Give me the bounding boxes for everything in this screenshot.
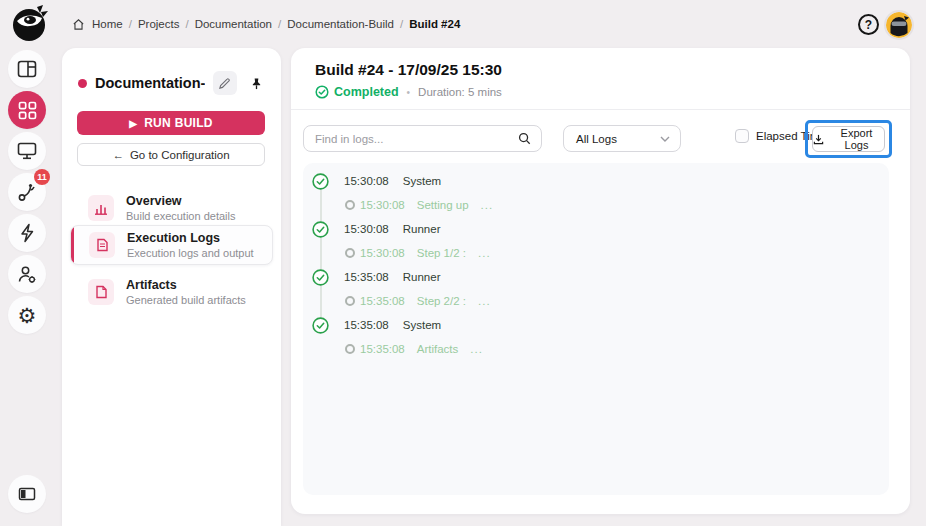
actions-lightning-icon[interactable] [8,214,46,252]
pipeline-panel: Documentation-Bu... ▶ RUN BUILD ← Go to … [62,48,281,526]
check-circle-icon [312,269,329,286]
log-entry[interactable]: 15:30:08 System [303,169,889,193]
breadcrumb-separator: / [185,18,188,30]
menu-item-label: Artifacts [126,278,246,292]
log-source: Runner [403,223,441,235]
log-subentry[interactable]: 15:35:08 Artifacts ... [303,337,889,361]
sidebar-item-overview[interactable]: Overview Build execution details [70,188,273,228]
breadcrumb: Home / Projects / Documentation / Docume… [72,0,460,48]
log-subentry[interactable]: 15:30:08 Setting up ... [303,193,889,217]
sub-message: Step 1/2 : [417,247,466,259]
breadcrumb-documentation[interactable]: Documentation [195,18,272,30]
separator-dot: • [407,87,411,98]
buddy-logo[interactable] [10,4,50,44]
environments-monitor-icon[interactable] [8,132,46,170]
log-document-icon [89,232,115,258]
sub-message: Setting up [417,199,469,211]
duration-text: Duration: 5 mins [418,86,502,98]
user-avatar[interactable] [886,12,912,38]
bar-chart-icon [88,195,114,221]
expand-more-link[interactable]: ... [481,199,494,211]
breadcrumb-separator: / [400,18,403,30]
menu-item-label: Overview [126,194,235,208]
pipelines-badge: 11 [34,169,50,185]
download-icon [813,134,824,145]
menu-item-desc: Execution logs and output [127,247,254,259]
pipeline-title: Documentation-Bu... [95,75,205,91]
check-circle-icon [312,317,329,334]
log-filter-select[interactable]: All Logs [563,125,681,152]
go-to-configuration-button[interactable]: ← Go to Configuration [77,143,265,166]
step-dot-icon [345,296,355,306]
members-user-gear-icon[interactable] [8,255,46,293]
check-circle-icon [312,173,329,190]
back-arrow-icon: ← [112,149,124,161]
search-input[interactable] [304,133,518,145]
sub-message: Artifacts [417,343,459,355]
breadcrumb-documentation-build[interactable]: Documentation-Build [287,18,394,30]
chevron-down-icon [660,136,670,142]
expand-more-link[interactable]: ... [478,295,491,307]
build-header: Build #24 - 17/09/25 15:30 Completed • D… [291,48,910,110]
log-entry[interactable]: 15:35:08 System [303,313,889,337]
sub-time: 15:30:08 [360,199,405,211]
home-icon [72,18,85,31]
dashboard-icon[interactable] [8,50,46,88]
breadcrumb-separator: / [129,18,132,30]
log-subentry[interactable]: 15:30:08 Step 1/2 : ... [303,241,889,265]
log-subentry[interactable]: 15:35:08 Step 2/2 : ... [303,289,889,313]
expand-more-link[interactable]: ... [470,343,483,355]
log-time: 15:30:08 [344,175,389,187]
breadcrumb-projects[interactable]: Projects [138,18,180,30]
expand-more-link[interactable]: ... [478,247,491,259]
top-bar: Home / Projects / Documentation / Docume… [0,0,926,48]
log-time: 15:30:08 [344,223,389,235]
help-icon[interactable]: ? [858,14,879,35]
completed-check-icon [315,85,329,99]
collapse-sidebar-icon[interactable] [8,475,46,513]
menu-item-label: Execution Logs [127,231,254,245]
log-source: Runner [403,271,441,283]
projects-grid-icon[interactable] [8,91,46,129]
log-entry[interactable]: 15:35:08 Runner [303,265,889,289]
menu-item-desc: Build execution details [126,210,235,222]
log-time: 15:35:08 [344,319,389,331]
edit-pencil-icon[interactable] [213,71,237,95]
sub-message: Step 2/2 : [417,295,466,307]
sub-time: 15:35:08 [360,295,405,307]
pipelines-branch-icon[interactable]: 11 [8,173,46,211]
sub-time: 15:35:08 [360,343,405,355]
build-title: Build #24 - 17/09/25 15:30 [315,61,502,79]
export-logs-button[interactable]: Export Logs [812,126,885,152]
check-circle-icon [312,221,329,238]
log-source: System [403,175,441,187]
sub-time: 15:30:08 [360,247,405,259]
breadcrumb-build-24: Build #24 [409,18,460,30]
log-time: 15:35:08 [344,271,389,283]
play-icon: ▶ [129,118,137,129]
logs-panel: 15:30:08 System 15:30:08 Setting up ... … [303,163,889,495]
menu-item-desc: Generated build artifacts [126,294,246,306]
log-entry[interactable]: 15:30:08 Runner [303,217,889,241]
breadcrumb-separator: / [278,18,281,30]
build-detail-card: Build #24 - 17/09/25 15:30 Completed • D… [291,48,910,514]
artifact-file-icon [88,279,114,305]
run-build-button[interactable]: ▶ RUN BUILD [77,111,265,135]
pipeline-status-dot [78,79,87,88]
step-dot-icon [345,200,355,210]
pin-icon[interactable] [245,71,269,95]
find-in-logs-search[interactable] [303,125,542,152]
status-badge: Completed [334,85,399,99]
breadcrumb-home[interactable]: Home [92,18,123,30]
step-dot-icon [345,248,355,258]
elapsed-time-checkbox[interactable] [735,129,749,143]
log-source: System [403,319,441,331]
settings-gear-icon[interactable]: ⚙ [8,296,46,334]
icon-rail: 11 ⚙ [0,48,62,526]
sidebar-item-execution-logs[interactable]: Execution Logs Execution logs and output [70,225,273,265]
search-icon [518,132,531,145]
step-dot-icon [345,344,355,354]
sidebar-item-artifacts[interactable]: Artifacts Generated build artifacts [70,272,273,312]
